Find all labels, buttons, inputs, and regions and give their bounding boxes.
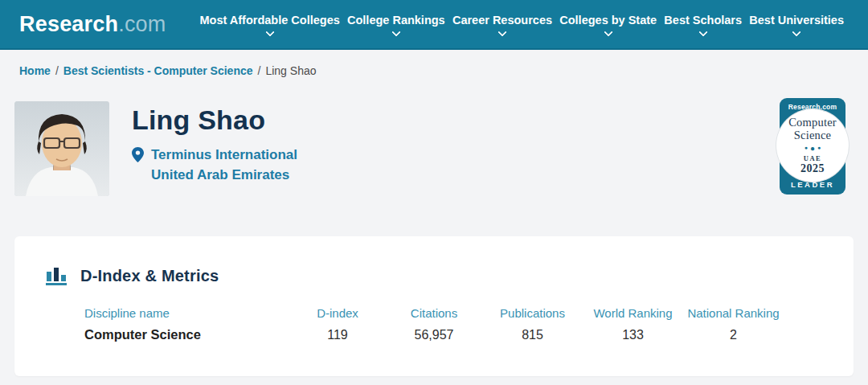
page-title-scientist-name: Ling Shao xyxy=(132,104,297,136)
nav-item-best-scholars[interactable]: Best Scholars xyxy=(664,14,742,35)
nav-item-most-affordable-colleges[interactable]: Most Affordable Colleges xyxy=(200,14,340,35)
chevron-down-icon xyxy=(497,27,506,36)
affiliation-name[interactable]: Terminus International xyxy=(151,145,297,166)
column-header-citations: Citations xyxy=(386,306,482,320)
chevron-down-icon xyxy=(391,27,400,36)
logo-primary: Research xyxy=(19,12,118,36)
cell-citations: 56,957 xyxy=(386,328,482,342)
bar-chart-icon xyxy=(46,266,68,286)
badge-year-label: 2025 xyxy=(800,162,825,175)
nav-item-best-universities[interactable]: Best Universities xyxy=(749,14,844,35)
card-title-row: D-Index & Metrics xyxy=(46,266,854,286)
affiliation-block: Terminus International United Arab Emira… xyxy=(132,145,297,185)
column-header-national-ranking: National Ranking xyxy=(683,306,784,320)
research-com-logo[interactable]: Research.com xyxy=(19,12,166,37)
breadcrumb-current-page: Ling Shao xyxy=(265,64,316,77)
column-header-d-index: D-index xyxy=(289,306,386,320)
breadcrumb-separator: / xyxy=(258,64,261,77)
chevron-down-icon xyxy=(265,27,274,36)
top-navbar: Research.com Most Affordable Colleges Co… xyxy=(0,0,868,50)
affiliation-text: Terminus International United Arab Emira… xyxy=(151,145,297,185)
badge-region-label: UAE xyxy=(804,154,821,162)
cell-d-index: 119 xyxy=(289,328,386,342)
affiliation-country: United Arab Emirates xyxy=(151,166,297,186)
breadcrumb-home-link[interactable]: Home xyxy=(19,64,51,77)
badge-dots-ornament: ●●● xyxy=(805,144,821,153)
leader-award-badge: Research.com LEADER Computer Science ●●●… xyxy=(780,98,845,195)
metrics-table-header-row: Discipline name D-index Citations Public… xyxy=(84,306,854,320)
cell-discipline-name: Computer Science xyxy=(84,327,289,342)
badge-medallion: Computer Science ●●● UAE 2025 xyxy=(776,109,849,182)
breadcrumb: Home / Best Scientists - Computer Scienc… xyxy=(0,50,868,77)
nav-item-colleges-by-state[interactable]: Colleges by State xyxy=(559,14,657,35)
cell-world-ranking: 133 xyxy=(583,328,683,342)
cell-national-ranking: 2 xyxy=(683,328,784,342)
chevron-down-icon xyxy=(698,27,707,36)
profile-photo-illustration xyxy=(14,101,109,196)
breadcrumb-separator: / xyxy=(55,64,59,77)
metrics-table-data-row: Computer Science 119 56,957 815 133 2 xyxy=(84,327,854,342)
logo-suffix: .com xyxy=(118,12,166,36)
column-header-discipline: Discipline name xyxy=(84,306,289,320)
location-pin-icon xyxy=(132,147,144,162)
chevron-down-icon xyxy=(792,27,800,36)
badge-discipline-line1: Computer xyxy=(788,116,837,129)
column-header-world-ranking: World Ranking xyxy=(583,306,683,320)
chevron-down-icon xyxy=(604,27,612,36)
nav-menu: Most Affordable Colleges College Ranking… xyxy=(200,14,850,35)
column-header-publications: Publications xyxy=(482,306,583,320)
nav-item-career-resources[interactable]: Career Resources xyxy=(452,14,552,35)
profile-info: Ling Shao Terminus International United … xyxy=(132,101,297,196)
d-index-metrics-card: D-Index & Metrics Discipline name D-inde… xyxy=(14,236,854,376)
profile-photo xyxy=(14,101,109,196)
cell-publications: 815 xyxy=(482,328,583,342)
metrics-table: Discipline name D-index Citations Public… xyxy=(84,306,854,342)
breadcrumb-best-scientists-link[interactable]: Best Scientists - Computer Science xyxy=(63,64,253,77)
nav-item-college-rankings[interactable]: College Rankings xyxy=(347,14,445,35)
card-title: D-Index & Metrics xyxy=(80,267,219,285)
badge-discipline-line2: Science xyxy=(794,129,832,141)
scientist-profile-header: Ling Shao Terminus International United … xyxy=(14,101,849,196)
